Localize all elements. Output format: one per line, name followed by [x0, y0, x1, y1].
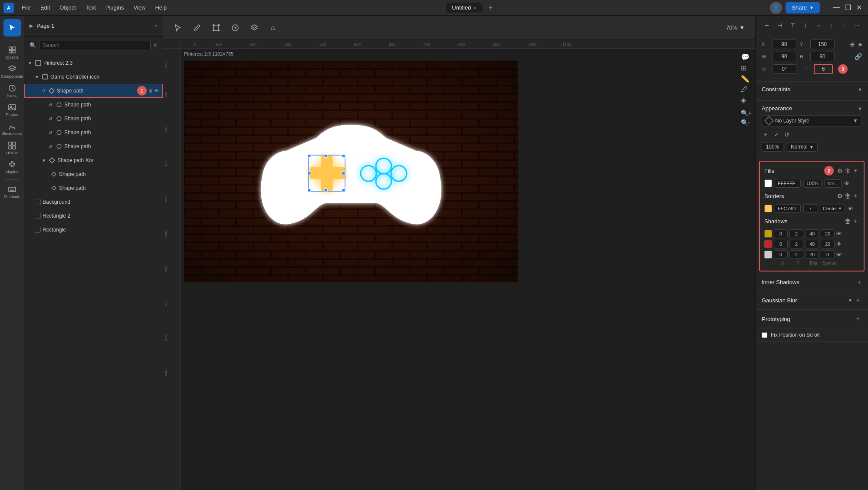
rect-checkbox[interactable] — [35, 227, 41, 233]
zoom-in-btn[interactable]: 🔍+ — [741, 109, 752, 116]
shadow-x-1[interactable] — [774, 229, 788, 238]
layer-rect2[interactable]: Rectangle 2 — [24, 209, 163, 223]
lock-icon[interactable]: ≡ — [858, 41, 862, 48]
current-tab[interactable]: Untitled × — [446, 3, 483, 13]
constraints-expand-btn[interactable]: ∧ — [858, 86, 862, 93]
prototyping-section[interactable]: Prototyping ＋ — [756, 310, 868, 328]
layer-shape-path-1[interactable]: ↺ Shape path 1 ⊕ 👁 — [24, 84, 163, 98]
fills-settings-btn[interactable]: ⚙ — [836, 166, 844, 175]
borders-delete-btn[interactable]: 🗑 — [844, 192, 852, 200]
menu-view[interactable]: View — [129, 3, 150, 13]
shadow-spread-3[interactable] — [821, 250, 835, 259]
share-button[interactable]: Share ▼ — [786, 2, 820, 13]
shortcuts-tool[interactable]: Shortcuts — [3, 183, 21, 201]
home-btn[interactable]: ⌂ — [267, 24, 279, 32]
diamond-tool[interactable]: ◈ — [741, 96, 752, 104]
layer-shape-7[interactable]: Shape path — [24, 181, 163, 195]
pencil-tool[interactable]: 🖊 — [741, 86, 752, 93]
align-left-btn[interactable]: ⊢ — [762, 19, 772, 31]
menu-text[interactable]: Text — [81, 3, 100, 13]
fills-delete-btn[interactable]: 🗑 — [844, 166, 852, 175]
icons-tool[interactable]: Icons — [3, 82, 21, 99]
shadow-color-2[interactable] — [764, 240, 772, 248]
shadow-x-3[interactable] — [774, 250, 788, 259]
tab-close[interactable]: × — [473, 5, 476, 10]
border-visibility-btn[interactable]: 👁 — [848, 205, 853, 212]
fill-opacity-input[interactable] — [803, 179, 822, 188]
h-input[interactable] — [810, 52, 835, 61]
chevron-icon[interactable]: ↺ — [42, 89, 46, 93]
check-style-btn[interactable]: ✓ — [773, 130, 780, 139]
shadows-add-btn[interactable]: ＋ — [852, 216, 859, 226]
user-avatar[interactable]: 👤 — [770, 2, 782, 14]
align-top-btn[interactable]: ⊥ — [800, 19, 811, 31]
inner-shadows-add-btn[interactable]: + — [857, 278, 862, 286]
component-tool[interactable] — [247, 20, 262, 36]
chevron-icon[interactable]: ▼ — [28, 61, 32, 66]
rotation-input[interactable] — [772, 64, 796, 74]
components-tool[interactable]: Components — [3, 63, 21, 80]
fill-color-swatch[interactable] — [764, 179, 772, 187]
menu-help[interactable]: Help — [151, 3, 171, 13]
layer-pinterest[interactable]: ▼ Pinterest 2:3 — [24, 56, 163, 70]
maximize-btn[interactable]: ❐ — [842, 3, 854, 13]
photos-tool[interactable]: Photos — [3, 101, 21, 119]
layer-shape-path-5[interactable]: ↺ Shape path — [24, 139, 163, 153]
fill-hex-input[interactable] — [775, 179, 801, 188]
border-color-swatch[interactable] — [764, 205, 772, 212]
shadow-x-2[interactable] — [774, 240, 788, 248]
chevron-icon[interactable]: ▼ — [35, 75, 39, 79]
layer-game-controller[interactable]: ▼ Game Controller icon — [24, 70, 163, 84]
distribute-btn[interactable]: ⋮ — [839, 19, 849, 31]
select-tool[interactable] — [3, 19, 21, 36]
canvas-viewport[interactable]: 0 100 200 300 400 500 600 700 800 900 10… — [163, 40, 755, 490]
shadow-blur-1[interactable] — [805, 229, 819, 238]
zoom-out-btn[interactable]: 🔍- — [741, 119, 752, 126]
fills-add-btn[interactable]: ＋ — [852, 166, 859, 175]
fill-visibility-btn[interactable]: 👁 — [844, 180, 850, 187]
align-center-h-btn[interactable]: ⊣ — [775, 19, 785, 31]
borders-settings-btn[interactable]: ⚙ — [836, 192, 844, 200]
component-btn[interactable]: ⊕ — [148, 88, 152, 94]
y-input[interactable] — [810, 40, 835, 49]
crop-tool[interactable]: ⊞ — [741, 64, 752, 72]
reset-style-btn[interactable]: ↺ — [783, 130, 790, 139]
close-btn[interactable]: ✕ — [854, 3, 865, 13]
zoom-control[interactable]: 70% ▼ — [723, 23, 748, 33]
layer-shape-path-3[interactable]: ↺ Shape path — [24, 112, 163, 126]
transform-tool[interactable] — [208, 20, 224, 36]
minimize-btn[interactable]: — — [830, 3, 842, 13]
shadow-color-3[interactable] — [764, 251, 772, 258]
shadow-vis-1[interactable]: 👁 — [836, 231, 842, 237]
chat-tool[interactable]: 💬 — [741, 53, 752, 61]
x-input[interactable] — [772, 40, 796, 49]
menu-file[interactable]: File — [17, 3, 35, 13]
shadow-blur-2[interactable] — [805, 240, 819, 248]
shadow-blur-3[interactable] — [805, 250, 819, 259]
wh-lock-icon[interactable]: 🔗 — [855, 53, 862, 60]
shadows-delete-btn[interactable]: 🗑 — [844, 217, 852, 225]
border-hex-input[interactable] — [775, 204, 801, 213]
borders-add-btn[interactable]: ＋ — [852, 191, 859, 201]
menu-object[interactable]: Object — [55, 3, 80, 13]
gaussian-blur-add-btn[interactable]: ＋ — [854, 295, 862, 305]
w-input[interactable] — [772, 52, 796, 61]
menu-plugins[interactable]: Plugins — [101, 3, 128, 13]
shadow-vis-2[interactable]: 👁 — [836, 241, 842, 248]
shadow-vis-3[interactable]: 👁 — [836, 252, 842, 258]
corner-radius-input[interactable] — [815, 65, 832, 73]
search-input[interactable] — [39, 40, 151, 50]
objects-tool[interactable]: Objects — [3, 44, 21, 61]
no-layer-style-btn[interactable]: No Layer Style ▼ — [762, 115, 862, 126]
draw-tool[interactable]: ✏️ — [741, 75, 752, 83]
menu-edit[interactable]: Edit — [36, 3, 54, 13]
new-tab-btn[interactable]: + — [486, 4, 495, 12]
align-center-v-btn[interactable]: ↔ — [813, 19, 824, 31]
border-width-input[interactable] — [803, 204, 817, 213]
blend-mode-dropdown[interactable]: Normal ▼ — [787, 142, 818, 152]
shadow-y-2[interactable] — [789, 240, 803, 248]
opacity-input[interactable] — [762, 142, 783, 152]
chevron-icon-xor[interactable]: ▼ — [42, 158, 46, 163]
rect2-checkbox[interactable] — [35, 213, 41, 219]
position-icon[interactable]: ⊕ — [850, 41, 855, 48]
